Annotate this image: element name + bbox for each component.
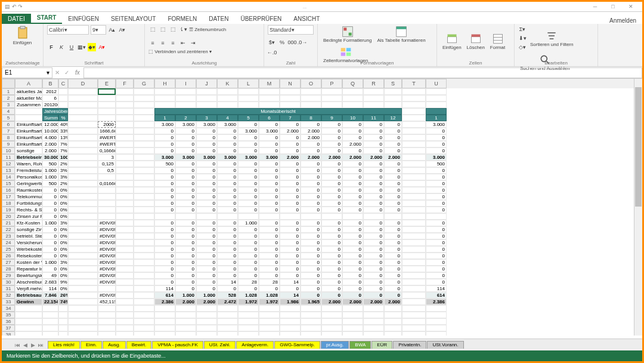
cell[interactable] <box>116 88 134 95</box>
tab-pagelayout[interactable]: SEITENLAYOUT <box>105 14 162 24</box>
col-header[interactable]: F <box>116 79 134 88</box>
cell[interactable] <box>116 101 134 108</box>
cell[interactable]: aktueller Monat <box>15 95 42 101</box>
select-all-corner[interactable] <box>2 79 15 88</box>
comma-icon[interactable]: 000 <box>288 38 296 47</box>
row-header[interactable]: 36 <box>2 318 15 325</box>
tab-view[interactable]: ANSICHT <box>287 14 326 24</box>
sheet-tab[interactable]: Einn. <box>80 341 102 349</box>
cell[interactable] <box>402 88 426 95</box>
cell[interactable] <box>321 101 342 108</box>
col-header[interactable]: T <box>402 79 426 88</box>
cell[interactable] <box>321 95 342 101</box>
cell[interactable] <box>301 101 321 108</box>
row-header[interactable]: 32 <box>2 292 15 299</box>
cell[interactable] <box>58 88 68 95</box>
tab-nav-prev-icon[interactable]: ◀ <box>21 341 29 349</box>
delete-cells-button[interactable]: Löschen <box>465 32 487 51</box>
align-bot-icon[interactable]: ⬚ <box>169 25 177 33</box>
align-center-icon[interactable]: ≡ <box>159 39 167 47</box>
row-header[interactable]: 24 <box>2 239 15 246</box>
clear-icon[interactable]: ◇▾ <box>518 43 527 51</box>
dec-decimal-icon[interactable]: ←.0 <box>268 48 276 57</box>
row-header[interactable]: 23 <box>2 233 15 239</box>
col-header[interactable]: G <box>134 79 154 88</box>
increase-font-icon[interactable]: A▴ <box>108 26 116 34</box>
tab-nav-last-icon[interactable]: ⏭ <box>37 341 44 349</box>
cell[interactable] <box>280 101 301 108</box>
cell[interactable] <box>426 88 447 95</box>
sheet-tab[interactable]: Ausg. <box>103 341 125 349</box>
col-header[interactable]: L <box>238 79 259 88</box>
align-left-icon[interactable]: ≡ <box>148 39 157 47</box>
cell[interactable] <box>363 88 384 95</box>
row-header[interactable]: 33 <box>2 299 15 305</box>
row-header[interactable]: 30 <box>2 279 15 285</box>
tab-data[interactable]: DATEN <box>203 14 234 24</box>
row-header[interactable]: 2 <box>2 95 15 101</box>
cell[interactable] <box>154 88 175 95</box>
indent-dec-icon[interactable]: ⇤ <box>179 39 187 47</box>
fill-icon[interactable]: ⬇▾ <box>518 34 527 42</box>
grid-rows[interactable]: 1aktuelles Jahr20122aktueller Monat63Zus… <box>2 88 642 336</box>
cell[interactable]: aktuelles Jahr <box>15 88 42 95</box>
cell[interactable] <box>280 95 301 101</box>
sheet-tab[interactable]: VPMA - pausch.FK <box>152 341 203 349</box>
row-header[interactable]: 13 <box>2 167 15 174</box>
align-top-icon[interactable]: ⬚ <box>148 25 157 33</box>
row-header[interactable]: 35 <box>2 312 15 318</box>
scrollbar-thumb[interactable] <box>635 87 642 207</box>
bold-button[interactable]: F <box>47 43 55 51</box>
cell[interactable]: 6 <box>42 95 58 101</box>
cell[interactable] <box>217 101 238 108</box>
cell[interactable] <box>98 101 116 108</box>
col-header[interactable]: O <box>301 79 321 88</box>
col-header[interactable]: P <box>321 79 342 88</box>
cell[interactable] <box>384 88 402 95</box>
row-header[interactable]: 38 <box>2 331 15 336</box>
row-header[interactable]: 12 <box>2 161 15 167</box>
row-header[interactable]: 31 <box>2 285 15 292</box>
signin-link[interactable]: Anmelden <box>609 17 636 24</box>
row-header[interactable]: 11 <box>2 154 15 161</box>
cell[interactable] <box>68 95 98 101</box>
tab-nav-first-icon[interactable]: ⏮ <box>14 341 21 349</box>
italic-button[interactable]: K <box>57 43 66 51</box>
col-header[interactable]: N <box>280 79 301 88</box>
row-header[interactable]: 19 <box>2 207 15 213</box>
tab-insert[interactable]: EINFÜGEN <box>62 14 105 24</box>
tab-formulas[interactable]: FORMELN <box>162 14 203 24</box>
col-header[interactable]: S <box>384 79 402 88</box>
row-header[interactable]: 16 <box>2 187 15 193</box>
currency-icon[interactable]: $▾ <box>268 38 276 47</box>
merge-button[interactable]: ⬚ Verbinden und zentrieren ▾ <box>148 49 212 54</box>
inc-decimal-icon[interactable]: .0→ <box>298 38 306 47</box>
row-header[interactable]: 22 <box>2 226 15 233</box>
cell[interactable] <box>363 101 384 108</box>
fx-icon[interactable]: fx <box>72 69 83 76</box>
row-header[interactable]: 3 <box>2 101 15 108</box>
col-header[interactable]: R <box>363 79 384 88</box>
tab-file[interactable]: DATEI <box>2 14 31 24</box>
sheet-tab[interactable]: Privatentn. <box>393 341 426 349</box>
cell[interactable] <box>217 88 238 95</box>
row-header[interactable]: 9 <box>2 141 15 147</box>
tab-nav-next-icon[interactable]: ▶ <box>29 341 36 349</box>
cell[interactable] <box>342 95 363 101</box>
cell[interactable] <box>175 95 196 101</box>
cell[interactable] <box>259 88 280 95</box>
font-size-select[interactable]: 9 ▾ <box>91 25 106 35</box>
cell[interactable]: 201206 <box>42 101 58 108</box>
col-header[interactable]: D <box>68 79 98 88</box>
cell[interactable] <box>68 101 98 108</box>
cell[interactable] <box>259 95 280 101</box>
cell[interactable] <box>58 95 68 101</box>
sheet-tab[interactable]: Lies mich! <box>48 341 80 349</box>
cell[interactable] <box>196 88 217 95</box>
paste-button[interactable]: Einfügen <box>5 25 39 46</box>
row-header[interactable]: 20 <box>2 213 15 220</box>
close-button[interactable]: ✕ <box>623 2 639 11</box>
cell[interactable] <box>196 101 217 108</box>
col-header[interactable]: B <box>42 79 58 88</box>
number-format-select[interactable]: Standard ▾ <box>268 25 314 35</box>
